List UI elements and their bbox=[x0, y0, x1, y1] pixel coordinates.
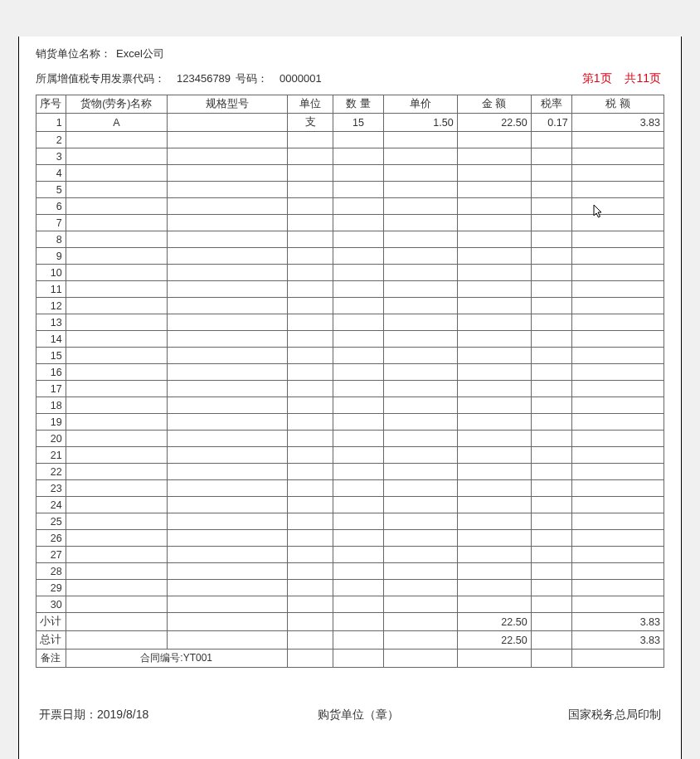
cell-rate bbox=[531, 132, 571, 148]
cell-tax: 3.83 bbox=[571, 114, 664, 132]
cell-unit bbox=[287, 165, 333, 182]
cell-qty bbox=[333, 331, 383, 348]
cell-name bbox=[66, 497, 167, 513]
cell-rate bbox=[531, 148, 571, 165]
cell-amount bbox=[457, 414, 531, 431]
cell-price bbox=[383, 431, 457, 447]
cell-name bbox=[66, 215, 167, 231]
cell-price bbox=[383, 580, 457, 596]
cell-unit bbox=[287, 397, 333, 414]
cell-rate bbox=[531, 414, 571, 431]
cell-price bbox=[383, 165, 457, 182]
cell-amount bbox=[457, 148, 531, 165]
cell-price bbox=[383, 132, 457, 148]
cell-tax bbox=[571, 148, 664, 165]
cell-qty bbox=[333, 464, 383, 480]
total-amount: 22.50 bbox=[457, 631, 531, 650]
cell-name bbox=[66, 431, 167, 447]
cell-unit bbox=[287, 580, 333, 596]
table-row: 21 bbox=[36, 447, 664, 464]
cell-price bbox=[383, 547, 457, 563]
cell-rate bbox=[531, 447, 571, 464]
cell-unit bbox=[287, 198, 333, 215]
issuer: 国家税务总局印制 bbox=[568, 708, 661, 723]
cell-qty bbox=[333, 348, 383, 364]
cell-unit bbox=[287, 281, 333, 298]
cell-unit bbox=[287, 381, 333, 397]
cell-spec bbox=[168, 364, 288, 381]
cell-unit bbox=[287, 563, 333, 580]
cell-seq: 25 bbox=[36, 513, 66, 530]
cell-amount bbox=[457, 231, 531, 248]
cell-name bbox=[66, 281, 167, 298]
cell-spec bbox=[168, 530, 288, 547]
cell-tax bbox=[571, 530, 664, 547]
cell-rate bbox=[531, 580, 571, 596]
cell-seq: 19 bbox=[36, 414, 66, 431]
table-row: 8 bbox=[36, 231, 664, 248]
cell-name bbox=[66, 331, 167, 348]
cell-qty bbox=[333, 298, 383, 314]
cell-amount bbox=[457, 580, 531, 596]
cell-spec bbox=[168, 580, 288, 596]
invoice-no-value: 0000001 bbox=[280, 72, 322, 85]
cell-spec bbox=[168, 331, 288, 348]
cell-amount: 22.50 bbox=[457, 114, 531, 132]
cell-name bbox=[66, 298, 167, 314]
cell-rate bbox=[531, 348, 571, 364]
cell-amount bbox=[457, 513, 531, 530]
cell-name bbox=[66, 165, 167, 182]
cell-amount bbox=[457, 480, 531, 497]
cell-seq: 21 bbox=[36, 447, 66, 464]
table-row: 14 bbox=[36, 331, 664, 348]
cell-rate bbox=[531, 281, 571, 298]
cell-qty bbox=[333, 513, 383, 530]
cell-tax bbox=[571, 265, 664, 281]
cell-unit bbox=[287, 265, 333, 281]
cell-price bbox=[383, 563, 457, 580]
cell-unit bbox=[287, 314, 333, 331]
col-seq: 序号 bbox=[36, 95, 66, 114]
cell-rate bbox=[531, 381, 571, 397]
cell-price bbox=[383, 480, 457, 497]
cell-rate bbox=[531, 182, 571, 198]
cell-seq: 22 bbox=[36, 464, 66, 480]
cell-amount bbox=[457, 364, 531, 381]
cell-spec bbox=[168, 497, 288, 513]
cell-spec bbox=[168, 198, 288, 215]
page-total: 共11页 bbox=[625, 71, 661, 85]
cell-qty: 15 bbox=[333, 114, 383, 132]
cell-name bbox=[66, 464, 167, 480]
cell-tax bbox=[571, 364, 664, 381]
cell-tax bbox=[571, 513, 664, 530]
cell-name bbox=[66, 248, 167, 265]
table-row: 11 bbox=[36, 281, 664, 298]
cell-tax bbox=[571, 182, 664, 198]
cell-name bbox=[66, 580, 167, 596]
invoice-code-value: 123456789 bbox=[177, 72, 231, 85]
sales-unit-row: 销货单位名称： Excel公司 bbox=[36, 46, 664, 61]
cell-tax bbox=[571, 248, 664, 265]
invoice-page: 销货单位名称： Excel公司 所属增值税专用发票代码： 123456789 号… bbox=[18, 36, 682, 759]
cell-name bbox=[66, 364, 167, 381]
table-row: 5 bbox=[36, 182, 664, 198]
total-row: 总计22.503.83 bbox=[36, 631, 664, 650]
sales-unit-label: 销货单位名称： bbox=[36, 46, 111, 61]
cell-unit bbox=[287, 182, 333, 198]
remark-row: 备注合同编号:YT001 bbox=[36, 650, 664, 668]
cell-amount bbox=[457, 248, 531, 265]
cell-rate bbox=[531, 265, 571, 281]
invoice-no-label: 号码： bbox=[236, 71, 268, 86]
table-row: 30 bbox=[36, 596, 664, 613]
cell-rate bbox=[531, 331, 571, 348]
cell-price bbox=[383, 596, 457, 613]
cell-qty bbox=[333, 182, 383, 198]
cell-amount bbox=[457, 132, 531, 148]
cell-name bbox=[66, 563, 167, 580]
cell-price bbox=[383, 397, 457, 414]
cell-price bbox=[383, 198, 457, 215]
cell-spec bbox=[168, 381, 288, 397]
cell-tax bbox=[571, 281, 664, 298]
cell-name bbox=[66, 530, 167, 547]
total-tax: 3.83 bbox=[571, 631, 664, 650]
